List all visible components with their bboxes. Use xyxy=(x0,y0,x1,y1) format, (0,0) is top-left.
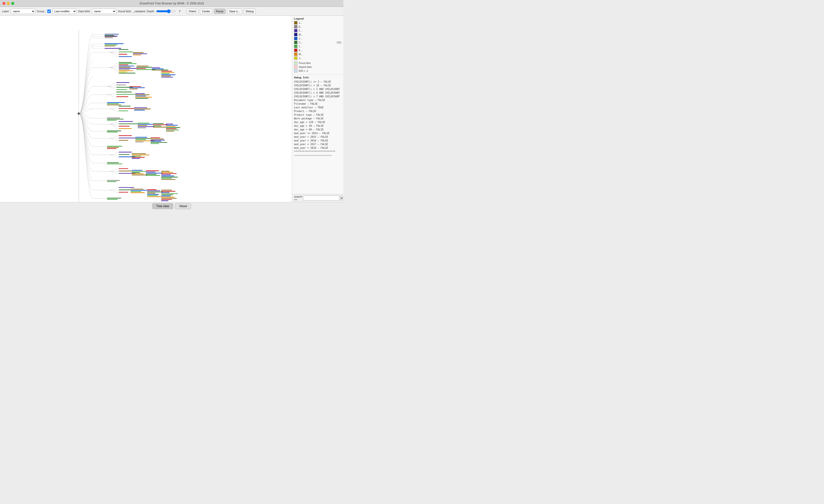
depth-value: 7 xyxy=(177,10,182,13)
legend-swatch xyxy=(294,48,298,52)
debug-line: Document type – FALSE xyxy=(294,98,341,102)
visualfield-value: _validated xyxy=(133,10,145,13)
tree-canvas[interactable] xyxy=(0,16,292,202)
legend-special-items: Focus item Search item DOI > -1 xyxy=(294,61,341,73)
svg-rect-9 xyxy=(105,36,118,36)
svg-rect-121 xyxy=(107,131,121,131)
label-select[interactable]: name xyxy=(11,9,35,14)
svg-rect-153 xyxy=(132,158,140,159)
label-field-label: Label: xyxy=(2,10,9,13)
debug-line: CHILDCOUNT() <= 2 – FALSE xyxy=(294,80,341,84)
svg-rect-132 xyxy=(135,142,144,142)
svg-rect-164 xyxy=(132,172,140,173)
datafield-select[interactable]: name xyxy=(92,9,116,14)
svg-rect-170 xyxy=(146,173,162,173)
legend-swatch xyxy=(294,33,298,36)
legend-special-item: DOI > -1 xyxy=(294,69,341,73)
svg-rect-130 xyxy=(135,139,146,140)
svg-rect-86 xyxy=(119,108,134,109)
svg-rect-152 xyxy=(132,157,145,158)
svg-rect-204 xyxy=(162,191,176,192)
legend-item-label: C... xyxy=(299,41,303,44)
debug-button[interactable]: Debug xyxy=(243,9,256,14)
svg-rect-72 xyxy=(116,94,135,95)
svg-rect-89 xyxy=(134,107,147,108)
legend-special-container: Focus item Search item DOI > -1 xyxy=(294,61,341,73)
svg-rect-100 xyxy=(119,128,132,129)
debug-line: Work package – FALSE xyxy=(294,117,341,120)
svg-rect-94 xyxy=(107,119,123,119)
search-input[interactable] xyxy=(303,196,339,201)
svg-rect-58 xyxy=(162,75,176,75)
svg-rect-59 xyxy=(162,76,171,76)
group-select[interactable]: Last modifier xyxy=(52,9,77,14)
svg-rect-177 xyxy=(162,174,171,175)
svg-rect-187 xyxy=(119,190,130,190)
close-button[interactable] xyxy=(2,2,5,5)
debug-line: mod_year = 2015 – FALSE xyxy=(294,135,341,139)
about-button[interactable]: About xyxy=(175,203,191,209)
maximize-button[interactable] xyxy=(11,2,14,5)
svg-rect-81 xyxy=(107,102,125,103)
svg-rect-125 xyxy=(119,137,135,138)
svg-rect-77 xyxy=(135,96,146,96)
svg-rect-212 xyxy=(162,200,169,201)
svg-rect-38 xyxy=(119,71,133,71)
svg-rect-103 xyxy=(137,124,153,125)
depth-slider[interactable] xyxy=(156,9,176,13)
group-checkbox[interactable] xyxy=(47,10,51,13)
svg-rect-209 xyxy=(162,197,174,198)
svg-rect-143 xyxy=(107,148,116,149)
clear-icon: ✕ xyxy=(341,197,342,200)
svg-rect-159 xyxy=(119,170,132,171)
svg-rect-188 xyxy=(119,192,128,193)
svg-rect-90 xyxy=(134,109,150,109)
svg-rect-165 xyxy=(132,173,143,174)
svg-rect-116 xyxy=(166,127,180,128)
svg-rect-174 xyxy=(162,171,170,171)
svg-rect-195 xyxy=(147,189,157,190)
group-field-label: Group : xyxy=(37,10,46,13)
search-clear-button[interactable]: ✕ xyxy=(340,196,343,200)
svg-rect-87 xyxy=(119,111,128,111)
svg-rect-128 xyxy=(135,137,147,137)
svg-rect-200 xyxy=(147,195,158,196)
tree-area[interactable] xyxy=(0,16,292,202)
svg-rect-156 xyxy=(107,163,122,164)
saves-button[interactable]: Save s... xyxy=(227,9,242,14)
legend-item-count: 135) xyxy=(336,41,341,44)
svg-rect-110 xyxy=(153,126,162,126)
orient-button[interactable]: Orient xyxy=(187,9,198,14)
legend-item: J... xyxy=(294,56,341,60)
svg-rect-150 xyxy=(132,155,149,155)
legend-special-label: DOI > -1 xyxy=(299,70,308,72)
legend-swatch xyxy=(294,44,298,48)
svg-rect-99 xyxy=(119,126,129,126)
svg-rect-155 xyxy=(107,162,119,163)
debug-line: mod_year = 2018 – FALSE xyxy=(294,146,341,150)
legend-swatch xyxy=(294,37,298,40)
svg-rect-197 xyxy=(147,192,163,193)
svg-rect-178 xyxy=(162,175,174,176)
debug-scrollbar[interactable] xyxy=(294,155,341,157)
svg-rect-85 xyxy=(119,106,130,106)
svg-rect-135 xyxy=(150,138,164,139)
legend-item: E... xyxy=(294,25,341,28)
legend-item: C... 135) xyxy=(294,41,341,44)
search-label: search >> xyxy=(294,195,302,201)
minimize-button[interactable] xyxy=(7,2,10,5)
tree-view-button[interactable]: Tree view xyxy=(152,203,173,209)
svg-rect-117 xyxy=(166,128,177,129)
svg-rect-191 xyxy=(130,190,147,191)
focus-button[interactable]: Focus xyxy=(214,9,226,14)
legend-item-label: J... xyxy=(299,37,302,40)
center-button[interactable]: Center xyxy=(200,9,212,14)
svg-rect-23 xyxy=(119,54,127,55)
svg-rect-166 xyxy=(132,174,147,175)
svg-rect-40 xyxy=(119,73,135,74)
bottom-bar: Tree view About xyxy=(0,202,343,210)
svg-rect-82 xyxy=(107,104,119,104)
svg-rect-35 xyxy=(119,67,130,68)
svg-rect-168 xyxy=(146,170,159,171)
svg-rect-203 xyxy=(162,190,172,191)
